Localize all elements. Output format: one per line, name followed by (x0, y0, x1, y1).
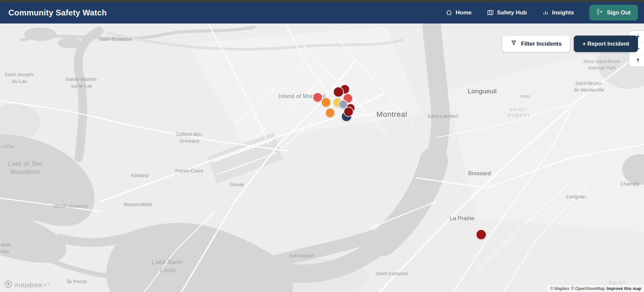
filter-incidents-button[interactable]: Filter Incidents (502, 36, 570, 52)
nav-item-insights[interactable]: Insights (542, 9, 574, 16)
filter-label: Filter Incidents (521, 41, 562, 47)
nav-label: Home (456, 9, 471, 16)
attribution-mapbox-link[interactable]: © Mapbox (550, 286, 569, 291)
nav-label: Safety Hub (497, 9, 527, 16)
app-window: Community Safety Watch Home Safety Hub I… (0, 0, 644, 292)
log-out-icon (597, 8, 603, 17)
home-icon (446, 9, 453, 16)
map-icon (487, 9, 494, 16)
map-markers-layer (0, 23, 644, 292)
app-header: Community Safety Watch Home Safety Hub I… (0, 2, 644, 23)
map-attribution: © Mapbox © OpenStreetMap Improve this ma… (547, 285, 644, 292)
incident-marker[interactable] (325, 108, 335, 118)
nav-item-home[interactable]: Home (446, 9, 471, 16)
nav-label: Insights (552, 9, 574, 16)
sign-out-label: Sign Out (607, 9, 631, 16)
compass-needle-icon: ▲ ▼ (636, 58, 640, 64)
incident-marker[interactable] (476, 229, 487, 240)
page-title: Community Safety Watch (8, 8, 107, 17)
compass-button[interactable]: ▲ ▼ (629, 54, 644, 66)
nav-item-safety-hub[interactable]: Safety Hub (487, 9, 527, 16)
incident-marker[interactable] (343, 107, 354, 117)
main-nav: Home Safety Hub Insights Sign Out (446, 5, 638, 20)
report-incident-button[interactable]: + Report Incident (574, 36, 638, 52)
map-toolbar: Filter Incidents + Report Incident (502, 36, 638, 52)
incident-marker[interactable] (333, 87, 344, 97)
bar-chart-icon (542, 9, 549, 16)
attribution-osm-link[interactable]: © OpenStreetMap (571, 286, 605, 291)
mapbox-logo[interactable]: mapbox (4, 280, 42, 290)
improve-map-link[interactable]: Improve this map (607, 286, 642, 291)
incident-marker[interactable] (321, 97, 331, 107)
mapbox-logo-icon (4, 280, 13, 290)
incident-map[interactable]: Saint-EustacheSaint-Joseph- du-LacSainte… (0, 23, 644, 292)
mapbox-wordmark: mapbox (14, 281, 42, 289)
filter-funnel-icon (510, 40, 517, 48)
sign-out-button[interactable]: Sign Out (589, 5, 638, 20)
